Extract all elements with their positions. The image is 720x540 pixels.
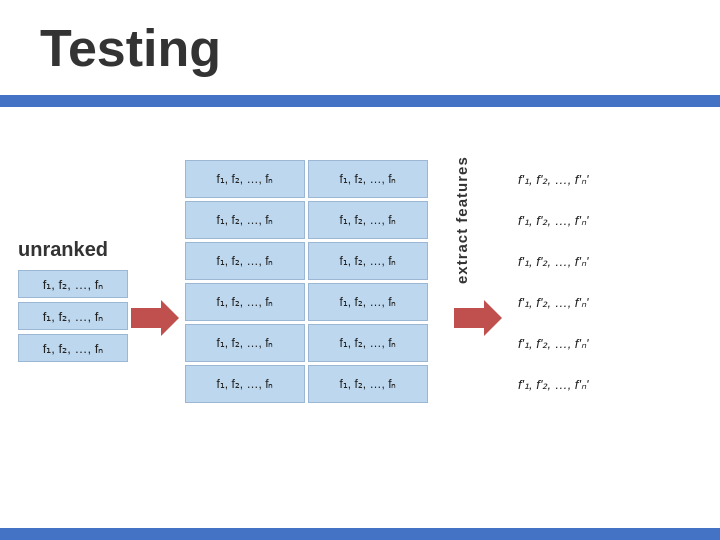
right-box-2: f'₁, f'₂, …, f'ₙ' [510,242,685,280]
unranked-label: unranked [18,238,108,261]
grid-cell-0-0: f₁, f₂, …, fₙ [185,160,305,198]
right-box-4: f'₁, f'₂, …, f'ₙ' [510,324,685,362]
grid-cell-5-0: f₁, f₂, …, fₙ [185,365,305,403]
svg-marker-1 [454,300,502,336]
bottom-bar [0,528,720,540]
left-box-0: f₁, f₂, …, fₙ [18,270,128,298]
grid-cell-5-1: f₁, f₂, …, fₙ [308,365,428,403]
left-input-boxes: f₁, f₂, …, fₙf₁, f₂, …, fₙf₁, f₂, …, fₙ [18,270,128,362]
left-arrow [130,298,180,338]
right-box-0: f'₁, f'₂, …, f'ₙ' [510,160,685,198]
svg-marker-0 [131,300,179,336]
grid-cell-3-1: f₁, f₂, …, fₙ [308,283,428,321]
grid-cell-0-1: f₁, f₂, …, fₙ [308,160,428,198]
right-output-boxes: f'₁, f'₂, …, f'ₙ'f'₁, f'₂, …, f'ₙ'f'₁, f… [510,160,685,403]
left-box-2: f₁, f₂, …, fₙ [18,334,128,362]
grid-cell-3-0: f₁, f₂, …, fₙ [185,283,305,321]
grid-cell-4-0: f₁, f₂, …, fₙ [185,324,305,362]
middle-grid: f₁, f₂, …, fₙf₁, f₂, …, fₙf₁, f₂, …, fₙf… [185,160,428,403]
top-bar [0,95,720,107]
right-box-5: f'₁, f'₂, …, f'ₙ' [510,365,685,403]
left-box-1: f₁, f₂, …, fₙ [18,302,128,330]
right-arrow [453,298,503,338]
grid-cell-2-1: f₁, f₂, …, fₙ [308,242,428,280]
grid-cell-1-0: f₁, f₂, …, fₙ [185,201,305,239]
right-box-3: f'₁, f'₂, …, f'ₙ' [510,283,685,321]
right-box-1: f'₁, f'₂, …, f'ₙ' [510,201,685,239]
grid-cell-1-1: f₁, f₂, …, fₙ [308,201,428,239]
grid-cell-4-1: f₁, f₂, …, fₙ [308,324,428,362]
extract-features-label: extract features [450,155,472,285]
page-title: Testing [40,18,221,78]
grid-cell-2-0: f₁, f₂, …, fₙ [185,242,305,280]
